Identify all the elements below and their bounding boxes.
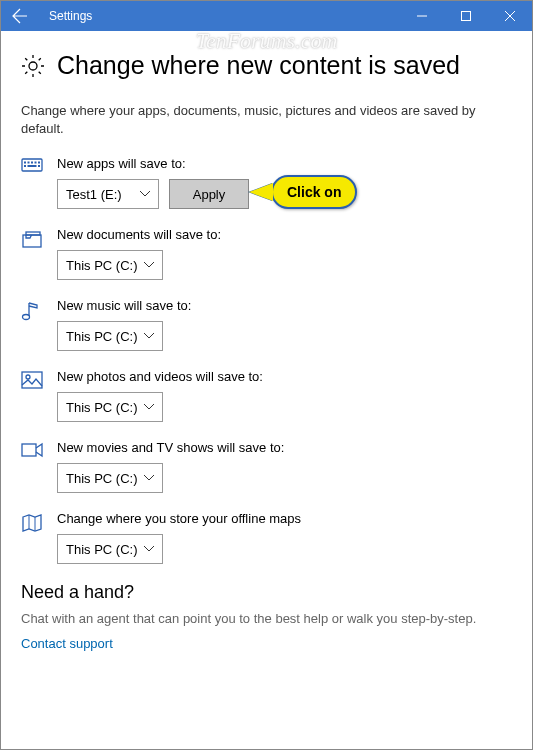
minimize-button[interactable] (400, 1, 444, 31)
svg-rect-13 (22, 372, 42, 388)
titlebar: Settings (1, 1, 532, 31)
maps-icon (21, 511, 43, 564)
maps-select[interactable]: This PC (C:) (57, 534, 163, 564)
svg-rect-7 (24, 165, 26, 167)
callout: Click on (249, 175, 357, 209)
svg-rect-9 (38, 165, 40, 167)
setting-photos: New photos and videos will save to: This… (21, 369, 512, 422)
chevron-down-icon (144, 262, 154, 268)
window-title: Settings (49, 9, 92, 23)
apps-select-value: Test1 (E:) (66, 187, 122, 202)
close-button[interactable] (488, 1, 532, 31)
chevron-down-icon (144, 546, 154, 552)
photos-select[interactable]: This PC (C:) (57, 392, 163, 422)
page-title: Change where new content is saved (57, 51, 460, 80)
arrow-left-icon (12, 8, 28, 24)
documents-label: New documents will save to: (57, 227, 512, 242)
help-heading: Need a hand? (21, 582, 512, 603)
setting-documents: New documents will save to: This PC (C:) (21, 227, 512, 280)
chevron-down-icon (140, 191, 150, 197)
svg-rect-8 (28, 165, 37, 167)
apply-button[interactable]: Apply (169, 179, 249, 209)
content-area: Change where new content is saved Change… (1, 31, 532, 651)
movies-label: New movies and TV shows will save to: (57, 440, 512, 455)
chevron-down-icon (144, 333, 154, 339)
contact-support-link[interactable]: Contact support (21, 636, 512, 651)
svg-rect-6 (38, 162, 40, 164)
help-section: Need a hand? Chat with an agent that can… (21, 582, 512, 651)
back-button[interactable] (1, 1, 39, 31)
maximize-button[interactable] (444, 1, 488, 31)
minimize-icon (417, 11, 427, 21)
svg-rect-4 (31, 162, 33, 164)
setting-apps: New apps will save to: Test1 (E:) Apply … (21, 156, 512, 209)
setting-maps: Change where you store your offline maps… (21, 511, 512, 564)
apps-select[interactable]: Test1 (E:) (57, 179, 159, 209)
maps-select-value: This PC (C:) (66, 542, 138, 557)
music-label: New music will save to: (57, 298, 512, 313)
gear-icon (21, 54, 45, 78)
svg-point-12 (23, 315, 30, 320)
maps-label: Change where you store your offline maps (57, 511, 512, 526)
photos-icon (21, 369, 43, 422)
photos-label: New photos and videos will save to: (57, 369, 512, 384)
apps-label: New apps will save to: (57, 156, 512, 171)
chevron-down-icon (144, 475, 154, 481)
documents-select-value: This PC (C:) (66, 258, 138, 273)
page-description: Change where your apps, documents, music… (21, 102, 512, 138)
documents-icon (21, 227, 43, 280)
music-select-value: This PC (C:) (66, 329, 138, 344)
apps-icon (21, 156, 43, 209)
callout-arrow-icon (249, 183, 273, 201)
callout-text: Click on (271, 175, 357, 209)
svg-rect-3 (28, 162, 30, 164)
music-select[interactable]: This PC (C:) (57, 321, 163, 351)
svg-rect-0 (462, 12, 471, 21)
movies-select-value: This PC (C:) (66, 471, 138, 486)
window-controls (400, 1, 532, 31)
svg-rect-11 (26, 232, 40, 235)
documents-select[interactable]: This PC (C:) (57, 250, 163, 280)
photos-select-value: This PC (C:) (66, 400, 138, 415)
help-text: Chat with an agent that can point you to… (21, 611, 512, 626)
svg-rect-5 (35, 162, 37, 164)
svg-rect-15 (22, 444, 36, 456)
page-heading: Change where new content is saved (21, 51, 512, 80)
svg-rect-2 (24, 162, 26, 164)
maximize-icon (461, 11, 471, 21)
movies-icon (21, 440, 43, 493)
chevron-down-icon (144, 404, 154, 410)
setting-music: New music will save to: This PC (C:) (21, 298, 512, 351)
setting-movies: New movies and TV shows will save to: Th… (21, 440, 512, 493)
movies-select[interactable]: This PC (C:) (57, 463, 163, 493)
svg-point-14 (26, 375, 30, 379)
music-icon (21, 298, 43, 351)
close-icon (505, 11, 515, 21)
